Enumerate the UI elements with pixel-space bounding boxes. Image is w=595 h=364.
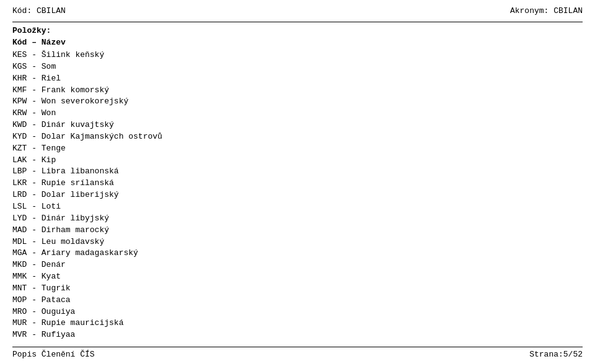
footer-left: Popis Členění ČÍS	[12, 350, 95, 359]
header-divider	[12, 22, 583, 22]
list-item: MRO - Ouguiya	[12, 306, 583, 318]
list-item: LRD - Dolar liberijský	[12, 189, 583, 201]
page-header: Kód: CBILAN Akronym: CBILAN	[12, 6, 583, 15]
list-item: KWD - Dinár kuvajtský	[12, 119, 583, 131]
list-item: MVR - Rufiyaa	[12, 329, 583, 341]
page-footer: Popis Členění ČÍS Strana:5/52	[12, 350, 583, 359]
list-item: MAD - Dirham marocký	[12, 225, 583, 236]
list-item: KMF - Frank komorský	[12, 85, 583, 97]
list-item: LSL - Loti	[12, 201, 583, 213]
list-item: MOP - Pataca	[12, 295, 583, 306]
list-item: LBP - Libra libanonská	[12, 166, 583, 178]
items-list: KES - Šilink keňskýKGS - SomKHR - RielKM…	[12, 50, 583, 364]
list-item: MUR - Rupie mauricijská	[12, 318, 583, 329]
footer-right: Strana:5/52	[529, 350, 583, 359]
footer-divider	[12, 347, 583, 347]
list-item: KPW - Won severokorejský	[12, 96, 583, 108]
header-akronym: Akronym: CBILAN	[510, 6, 583, 15]
list-item: KYD - Dolar Kajmanských ostrovů	[12, 131, 583, 143]
list-item: MNT - Tugrik	[12, 283, 583, 295]
list-item: MMK - Kyat	[12, 271, 583, 283]
list-item: KZT - Tenge	[12, 143, 583, 155]
column-header: Kód – Název	[12, 38, 583, 47]
list-item: KES - Šilink keňský	[12, 50, 583, 61]
list-item: LKR - Rupie srílanská	[12, 178, 583, 189]
section-title: Položky:	[12, 26, 583, 35]
list-item: KGS - Som	[12, 61, 583, 73]
list-item: LAK - Kip	[12, 155, 583, 167]
list-item: KHR - Riel	[12, 73, 583, 85]
list-item: LYD - Dinár libyjský	[12, 213, 583, 225]
list-item: KRW - Won	[12, 108, 583, 119]
list-item: MGA - Ariary madagaskarský	[12, 248, 583, 259]
list-item: MKD - Denár	[12, 259, 583, 271]
list-item: MDL - Leu moldavský	[12, 236, 583, 248]
header-code: Kód: CBILAN	[12, 6, 66, 15]
